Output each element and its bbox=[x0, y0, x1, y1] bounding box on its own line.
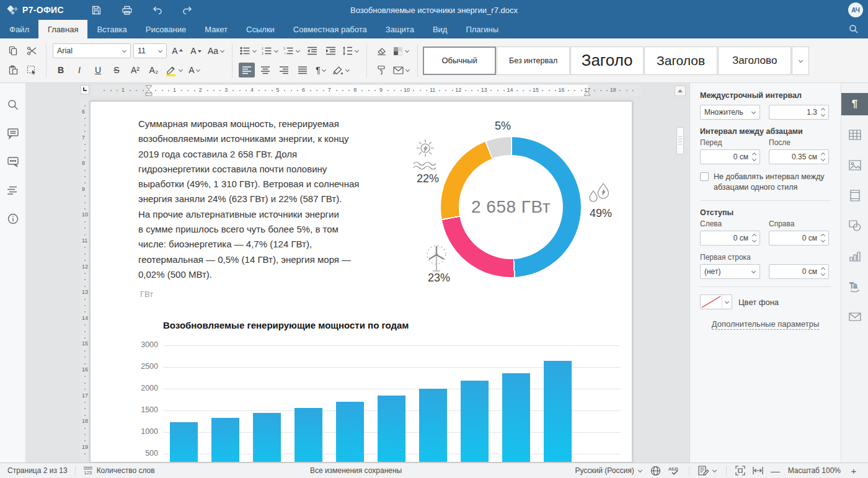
select-all-button[interactable] bbox=[24, 63, 40, 77]
copy-button[interactable] bbox=[5, 43, 21, 58]
spellcheck-icon[interactable]: АБВ bbox=[668, 466, 680, 476]
italic-button[interactable]: I bbox=[71, 63, 87, 77]
chat-icon[interactable] bbox=[5, 154, 21, 170]
tab-draw[interactable]: Рисование bbox=[136, 20, 195, 38]
increase-font-button[interactable]: A bbox=[169, 43, 185, 58]
align-right-button[interactable] bbox=[276, 63, 292, 77]
chart-settings-icon[interactable] bbox=[841, 245, 868, 267]
tab-references[interactable]: Ссылки bbox=[237, 20, 284, 38]
fit-width-button[interactable] bbox=[753, 467, 763, 474]
cut-button[interactable] bbox=[24, 43, 40, 58]
table-shading-button[interactable] bbox=[392, 43, 410, 58]
numbered-list-button[interactable]: 12 bbox=[260, 43, 280, 58]
language-select[interactable]: Русский (Россия) bbox=[575, 466, 642, 475]
spacing-before-spinner[interactable]: 0 см bbox=[700, 149, 760, 164]
zoom-in-button[interactable]: + bbox=[849, 466, 858, 476]
spellcheck-language-icon[interactable] bbox=[650, 466, 661, 476]
image-settings-icon[interactable] bbox=[841, 154, 868, 176]
fit-page-button[interactable] bbox=[735, 466, 745, 476]
redo-button[interactable] bbox=[181, 3, 195, 17]
about-icon[interactable] bbox=[5, 211, 21, 227]
mailmerge-settings-icon[interactable] bbox=[841, 306, 868, 328]
mail-merge-button[interactable] bbox=[392, 63, 411, 77]
shape-settings-icon[interactable] bbox=[841, 215, 868, 237]
tab-file[interactable]: Файл bbox=[0, 20, 38, 38]
align-left-button[interactable] bbox=[239, 63, 255, 77]
indent-right-spinner[interactable]: 0 см bbox=[769, 231, 829, 246]
style-normal[interactable]: Обычный bbox=[423, 46, 496, 75]
indent-markers[interactable] bbox=[145, 85, 153, 96]
bold-button[interactable]: B bbox=[53, 63, 69, 77]
font-name-select[interactable]: Arial bbox=[53, 43, 131, 58]
clear-style-button[interactable] bbox=[373, 43, 389, 58]
highlight-color-button[interactable] bbox=[164, 63, 184, 77]
multilevel-list-button[interactable]: 1i bbox=[282, 43, 301, 58]
strikeout-button[interactable]: S bbox=[108, 63, 125, 77]
align-center-button[interactable] bbox=[257, 63, 273, 77]
increase-indent-button[interactable] bbox=[322, 43, 339, 58]
bullet-list-button[interactable] bbox=[239, 43, 258, 58]
background-color-picker[interactable] bbox=[700, 294, 732, 309]
decrease-indent-button[interactable] bbox=[304, 43, 320, 58]
textart-settings-icon[interactable]: Ta bbox=[841, 275, 868, 298]
zoom-level[interactable]: Масштаб 100% bbox=[788, 466, 841, 475]
style-heading1[interactable]: Заголо bbox=[570, 46, 644, 75]
zoom-out-button[interactable]: — bbox=[771, 466, 779, 476]
search-icon[interactable] bbox=[847, 22, 861, 36]
vertical-scrollbar[interactable] bbox=[676, 127, 684, 154]
style-no-spacing[interactable]: Без интервал bbox=[497, 46, 570, 75]
vertical-ruler[interactable]: 678910111213141516171819 bbox=[81, 99, 89, 461]
page-indicator[interactable]: Страница 2 из 13 bbox=[7, 466, 68, 475]
tab-protection[interactable]: Защита bbox=[376, 20, 423, 38]
document-page[interactable]: Суммарная мировая мощность, генерируемая… bbox=[90, 101, 632, 463]
table-settings-icon[interactable] bbox=[841, 123, 868, 146]
comments-icon[interactable] bbox=[5, 125, 21, 141]
tab-stop-selector[interactable] bbox=[81, 85, 89, 94]
line-spacing-button[interactable] bbox=[341, 43, 360, 58]
undo-button[interactable] bbox=[151, 3, 164, 17]
copy-style-button[interactable] bbox=[373, 63, 389, 77]
navigation-icon[interactable] bbox=[5, 182, 21, 198]
line-spacing-value-spinner[interactable]: 1.3 bbox=[769, 105, 829, 120]
line-spacing-type-select[interactable]: Множитель bbox=[700, 105, 760, 120]
tab-home[interactable]: Главная bbox=[38, 20, 87, 38]
font-color-button[interactable]: А bbox=[187, 63, 203, 77]
advanced-settings-link[interactable]: Дополнительные параметры bbox=[700, 319, 831, 329]
underline-button[interactable]: U bbox=[90, 63, 106, 77]
avatar[interactable]: АЧ bbox=[848, 2, 863, 17]
right-indent-marker[interactable] bbox=[583, 90, 591, 96]
tab-layout[interactable]: Макет bbox=[195, 20, 237, 38]
tab-plugins[interactable]: Плагины bbox=[456, 20, 508, 38]
checkbox-box[interactable] bbox=[700, 172, 709, 181]
first-line-type-select[interactable]: (нет) bbox=[700, 264, 760, 279]
scroll-up-button[interactable] bbox=[675, 86, 686, 96]
same-style-checkbox[interactable]: Не добавлять интервал между абзацами одн… bbox=[700, 172, 831, 193]
superscript-button[interactable]: A² bbox=[127, 63, 143, 77]
tab-collaboration[interactable]: Совместная работа bbox=[284, 20, 376, 38]
nonprinting-chars-button[interactable]: ¶ bbox=[313, 63, 329, 77]
style-heading3[interactable]: Заголово bbox=[718, 46, 791, 75]
save-button[interactable] bbox=[90, 3, 104, 17]
paste-button[interactable] bbox=[5, 63, 21, 77]
first-line-value-spinner[interactable]: 0 см bbox=[769, 264, 829, 279]
print-button[interactable] bbox=[120, 3, 134, 17]
horizontal-ruler[interactable]: 1123456789101112131415161718 bbox=[92, 85, 641, 96]
paragraph-text[interactable]: Суммарная мировая мощность, генерируемая… bbox=[138, 117, 423, 282]
subscript-button[interactable]: A₂ bbox=[146, 63, 162, 77]
paragraph-settings-icon[interactable]: ¶ bbox=[841, 93, 868, 115]
style-gallery-expand-button[interactable] bbox=[792, 46, 809, 75]
change-case-button[interactable]: Aa bbox=[206, 43, 226, 58]
style-heading2[interactable]: Заголов bbox=[644, 46, 717, 75]
tab-view[interactable]: Вид bbox=[423, 20, 457, 38]
decrease-font-button[interactable]: A bbox=[188, 43, 204, 58]
font-size-select[interactable]: 11 bbox=[133, 43, 167, 58]
document-canvas[interactable]: 1123456789101112131415161718 67891011121… bbox=[26, 83, 689, 463]
paragraph-shading-button[interactable] bbox=[332, 63, 351, 77]
find-icon[interactable] bbox=[5, 97, 21, 113]
spacing-after-spinner[interactable]: 0.35 см bbox=[769, 149, 829, 164]
align-justify-button[interactable] bbox=[294, 63, 311, 77]
header-footer-settings-icon[interactable] bbox=[841, 184, 868, 206]
word-count-button[interactable]: 123 Количество слов bbox=[83, 466, 155, 475]
indent-left-spinner[interactable]: 0 см bbox=[700, 231, 760, 246]
track-changes-button[interactable] bbox=[698, 466, 717, 476]
